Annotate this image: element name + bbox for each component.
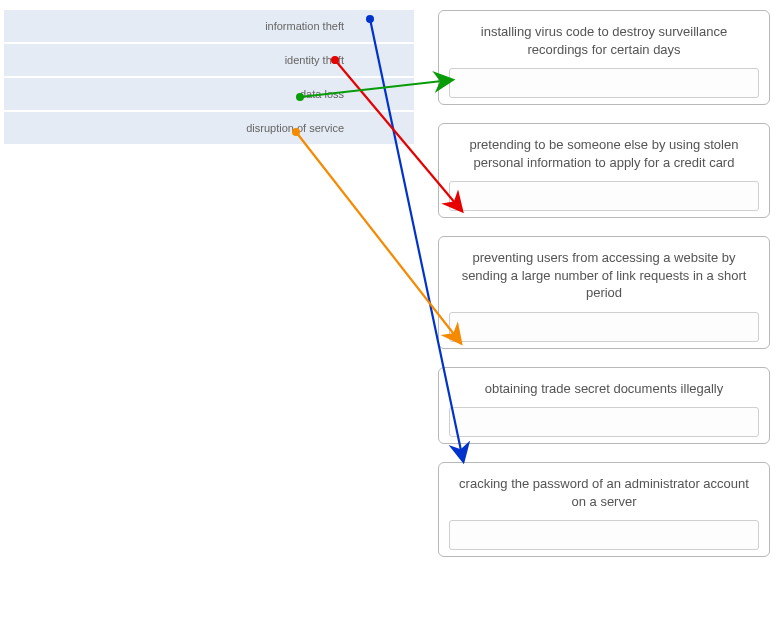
matching-diagram: information theft identity theft data lo… bbox=[0, 0, 782, 623]
definition-card: obtaining trade secret documents illegal… bbox=[438, 367, 770, 445]
terms-column: information theft identity theft data lo… bbox=[4, 10, 414, 146]
definition-card: installing virus code to destroy surveil… bbox=[438, 10, 770, 105]
term-label: information theft bbox=[265, 20, 344, 32]
drop-zone[interactable] bbox=[449, 312, 759, 342]
definition-text: installing virus code to destroy surveil… bbox=[449, 19, 759, 68]
definition-text: preventing users from accessing a websit… bbox=[449, 245, 759, 312]
definition-text: obtaining trade secret documents illegal… bbox=[449, 376, 759, 408]
drop-zone[interactable] bbox=[449, 181, 759, 211]
term-information-theft[interactable]: information theft bbox=[4, 10, 414, 44]
definition-card: preventing users from accessing a websit… bbox=[438, 236, 770, 349]
connection-arrow bbox=[296, 132, 460, 342]
term-identity-theft[interactable]: identity theft bbox=[4, 44, 414, 78]
definitions-column: installing virus code to destroy surveil… bbox=[438, 10, 770, 575]
term-data-loss[interactable]: data loss bbox=[4, 78, 414, 112]
definition-card: pretending to be someone else by using s… bbox=[438, 123, 770, 218]
drop-zone[interactable] bbox=[449, 520, 759, 550]
drop-zone[interactable] bbox=[449, 407, 759, 437]
term-label: identity theft bbox=[285, 54, 344, 66]
definition-card: cracking the password of an administrato… bbox=[438, 462, 770, 557]
definition-text: pretending to be someone else by using s… bbox=[449, 132, 759, 181]
term-label: data loss bbox=[300, 88, 344, 100]
drop-zone[interactable] bbox=[449, 68, 759, 98]
term-label: disruption of service bbox=[246, 122, 344, 134]
definition-text: cracking the password of an administrato… bbox=[449, 471, 759, 520]
term-disruption-of-service[interactable]: disruption of service bbox=[4, 112, 414, 146]
